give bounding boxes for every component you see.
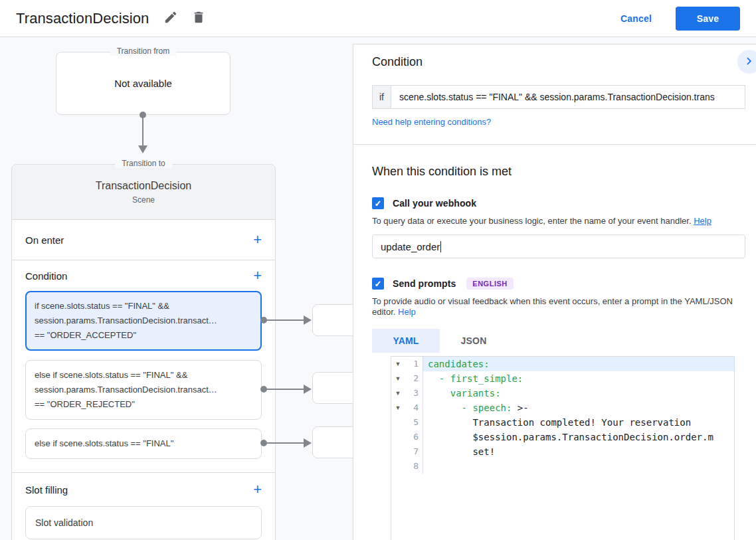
flow-canvas: Transition from Not available Transition… <box>0 37 353 540</box>
when-met-title: When this condition is met <box>372 165 745 179</box>
condition-section: Condition + if scene.slots.status == "FI… <box>12 260 275 473</box>
connector-dot <box>260 386 267 393</box>
save-button[interactable]: Save <box>676 7 740 31</box>
call-webhook-label: Call your webhook <box>393 198 476 209</box>
collapse-panel-button[interactable] <box>737 50 756 74</box>
send-prompts-checkbox[interactable]: ✓ <box>372 278 384 290</box>
connector-arrowhead-icon <box>304 315 312 325</box>
connector-arrowhead-icon <box>304 385 312 394</box>
delete-scene-button[interactable] <box>189 7 209 29</box>
condition-expression-section: Condition if scene.slots.status == "FINA… <box>353 45 756 145</box>
code-line: 7 set! <box>391 444 734 459</box>
transition-from-label: Transition from <box>110 46 177 56</box>
condition-help-link[interactable]: Need help entering conditions? <box>372 117 491 127</box>
add-slot-button[interactable]: + <box>253 482 262 497</box>
transition-target-box[interactable] <box>312 304 353 336</box>
pencil-icon <box>163 10 178 27</box>
fold-arrow-icon[interactable]: ▼ <box>391 357 405 371</box>
call-webhook-checkbox[interactable]: ✓ <box>372 197 384 209</box>
page-title: TransactionDecision <box>16 10 149 27</box>
yaml-code-editor[interactable]: ▼ 1 candidates: ▼ 2 - first_simple: ▼ 3 … <box>391 356 735 540</box>
transition-to-label: Transition to <box>115 159 172 168</box>
slot-filling-section: Slot filling + Slot validation <box>12 474 275 539</box>
condition-item-selected[interactable]: if scene.slots.status == "FINAL" && sess… <box>25 291 262 351</box>
language-badge: ENGLISH <box>466 278 513 290</box>
text-cursor <box>440 241 441 252</box>
scene-card-header: TransactionDecision Scene <box>12 165 275 220</box>
condition-panel-title: Condition <box>372 55 745 69</box>
connector-line <box>265 319 305 321</box>
transition-target-box[interactable] <box>312 372 353 404</box>
scene-title: TransactionDecision <box>96 180 191 192</box>
slot-validation-item[interactable]: Slot validation <box>25 506 262 539</box>
webhook-helper-text: To query data or execute your business l… <box>372 216 745 226</box>
checkmark-icon: ✓ <box>375 199 382 209</box>
send-prompts-row: ✓ Send prompts ENGLISH <box>372 278 745 290</box>
header-bar: TransactionDecision Cancel Save <box>0 0 756 37</box>
code-line: ▼ 1 candidates: <box>391 357 734 371</box>
condition-expression-row: if scene.slots.status == "FINAL" && sess… <box>372 85 745 109</box>
code-line: ▼ 2 - first_simple: <box>391 371 734 386</box>
content-area: Transition from Not available Transition… <box>0 37 756 540</box>
send-prompts-label: Send prompts <box>393 278 456 289</box>
prompts-help-link[interactable]: Help <box>398 307 416 317</box>
connector-arrowhead-icon <box>304 438 312 448</box>
connector-dot <box>260 440 267 446</box>
condition-editor-panel: Condition if scene.slots.status == "FINA… <box>353 44 756 540</box>
connector-line <box>265 389 305 390</box>
connector-arrowhead-icon <box>138 145 147 153</box>
code-line: 8 <box>391 459 734 474</box>
connector-line <box>265 442 305 444</box>
condition-item[interactable]: else if scene.slots.status == "FINAL" <box>25 428 262 459</box>
when-condition-met-section: When this condition is met ✓ Call your w… <box>353 145 756 540</box>
on-enter-label: On enter <box>25 234 64 246</box>
transition-to-card: Transition to TransactionDecision Scene … <box>11 164 276 540</box>
condition-section-label: Condition <box>25 270 67 282</box>
code-line: ▼ 4 - speech: >- <box>391 401 734 415</box>
trash-icon <box>191 10 206 27</box>
add-on-enter-button[interactable]: + <box>253 232 262 247</box>
chevron-right-icon <box>742 54 756 70</box>
add-condition-button[interactable]: + <box>253 268 262 283</box>
event-handler-input[interactable]: update_order <box>372 234 745 258</box>
tab-yaml[interactable]: YAML <box>372 329 440 353</box>
transition-from-value: Not available <box>114 78 172 89</box>
transition-target-box[interactable] <box>312 426 353 458</box>
fold-arrow-icon[interactable]: ▼ <box>391 371 405 386</box>
connector-dot <box>140 112 146 118</box>
editor-format-tabs: YAML JSON <box>372 329 745 353</box>
slot-filling-label: Slot filling <box>25 484 68 495</box>
connector-line <box>142 115 143 147</box>
connector-dot <box>260 317 267 323</box>
condition-item[interactable]: else if scene.slots.status == "FINAL" &&… <box>25 360 262 420</box>
fold-arrow-icon[interactable]: ▼ <box>391 401 405 415</box>
call-webhook-row: ✓ Call your webhook <box>372 197 745 209</box>
code-line: 6 $session.params.TransactionDecision.or… <box>391 430 734 444</box>
on-enter-section: On enter + <box>12 220 275 260</box>
prompts-helper-text: To provide audio or visual feedback when… <box>372 296 745 317</box>
cancel-button[interactable]: Cancel <box>620 13 652 24</box>
code-line: 5 Transaction completed! Your reservatio… <box>391 415 734 430</box>
checkmark-icon: ✓ <box>375 279 382 289</box>
scene-subtitle: Scene <box>132 195 155 205</box>
code-line: ▼ 3 variants: <box>391 386 734 401</box>
fold-arrow-icon[interactable]: ▼ <box>391 386 405 401</box>
transition-from-box: Transition from Not available <box>56 52 231 115</box>
if-prefix: if <box>372 85 391 109</box>
webhook-help-link[interactable]: Help <box>694 216 711 226</box>
tab-json[interactable]: JSON <box>440 329 508 353</box>
edit-scene-button[interactable] <box>161 7 181 29</box>
condition-expression-input[interactable]: scene.slots.status == "FINAL" && session… <box>391 85 745 109</box>
